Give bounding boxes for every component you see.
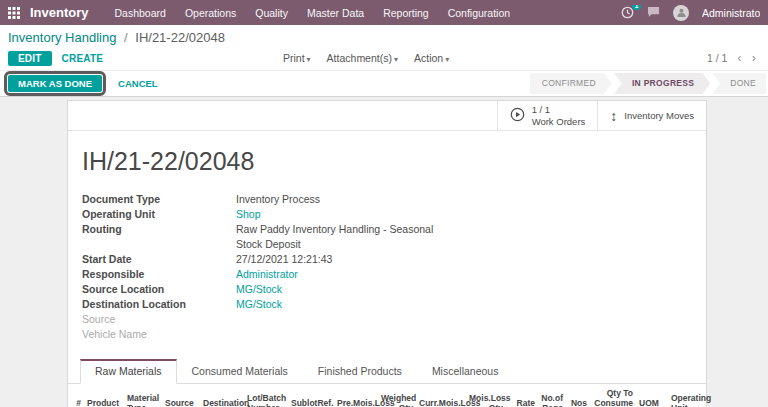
navbar-right: 1 Administrator [621,5,760,21]
tab-consumed-materials[interactable]: Consumed Materials [177,359,303,384]
work-orders-button[interactable]: 1 / 1 Work Orders [497,101,598,130]
status-pipeline: CONFIRMED IN PROGRESS DONE [528,73,766,94]
content-area: 1 / 1 Work Orders ↕ Inventory Moves IH/2… [0,97,768,407]
field-responsible: Responsible Administrator [82,267,690,282]
breadcrumb-current: IH/21-22/02048 [135,30,225,45]
field-group: Document Type Inventory Process Operatin… [82,192,690,342]
pager-next-icon[interactable]: › [752,53,756,63]
state-confirmed[interactable]: CONFIRMED [530,73,612,94]
field-source-location: Source Location MG/Stock [82,282,690,297]
tab-miscellaneous[interactable]: Miscellaneous [417,359,514,384]
action-menus: Print▾ Attachment(s)▾ Action▾ [283,52,449,64]
breadcrumb-parent-link[interactable]: Inventory Handling [8,30,116,45]
work-orders-label: Work Orders [532,116,586,127]
col-sublot-ref[interactable]: SublotRef. [288,384,334,407]
smart-buttons: 1 / 1 Work Orders ↕ Inventory Moves [68,101,706,131]
control-panel: Inventory Handling / IH/21-22/02048 EDIT… [0,25,768,70]
field-destination-location: Destination Location MG/Stock [82,297,690,312]
col-curr-mois-loss[interactable]: Curr.Mois.Loss [416,384,466,407]
user-menu[interactable]: Administrator [702,7,760,19]
menu-reporting[interactable]: Reporting [383,7,429,19]
mark-as-done-button[interactable]: MARK AS DONE [8,75,102,92]
menu-master-data[interactable]: Master Data [307,7,364,19]
caret-down-icon: ▾ [394,55,398,64]
messages-icon[interactable] [647,6,660,20]
col-uom[interactable]: UOM [636,384,668,407]
inventory-moves-button[interactable]: ↕ Inventory Moves [597,101,706,130]
main-menu: Dashboard Operations Quality Master Data… [115,7,511,19]
caret-down-icon: ▾ [307,55,311,64]
field-start-date: Start Date 27/12/2021 12:21:43 [82,252,690,267]
pager-count: 1 / 1 [707,52,727,64]
col-qty-to-consume[interactable]: Qty To Consume ▲ [590,384,636,407]
statusbar: MARK AS DONE CANCEL CONFIRMED IN PROGRES… [0,70,768,97]
table-header-row: # Product Material Type Source Destinati… [68,384,706,407]
action-menu[interactable]: Action▾ [414,52,449,64]
avatar[interactable] [673,5,689,21]
control-panel-buttons: EDIT CREATE Print▾ Attachment(s)▾ Action… [8,49,760,67]
inventory-moves-label: Inventory Moves [624,110,694,121]
breadcrumb: Inventory Handling / IH/21-22/02048 [8,29,760,46]
tab-raw-materials[interactable]: Raw Materials [80,359,177,384]
work-orders-count: 1 / 1 [532,104,586,115]
col-source[interactable]: Source [162,384,200,407]
activity-clock-icon[interactable]: 1 [621,6,634,19]
field-routing: Routing Raw Paddy Inventory Handling - S… [82,222,690,252]
play-circle-icon [510,107,525,124]
col-nos[interactable]: Nos [566,384,590,407]
pager-previous-icon[interactable]: ‹ [737,53,741,63]
col-pre-mois-loss[interactable]: Pre.Mois.Loss [334,384,378,407]
activity-badge: 1 [632,5,641,11]
menu-configuration[interactable]: Configuration [448,7,510,19]
field-operating-unit: Operating Unit Shop [82,207,690,222]
cancel-button[interactable]: CANCEL [118,78,158,89]
breadcrumb-separator: / [124,30,128,45]
form-sheet: 1 / 1 Work Orders ↕ Inventory Moves IH/2… [67,100,707,407]
field-vehicle-name: Vehicle Name [82,327,690,342]
notebook: Raw Materials Consumed Materials Finishe… [68,359,706,407]
col-index[interactable]: # [68,384,84,407]
apps-grid-icon[interactable] [8,7,20,19]
print-menu[interactable]: Print▾ [283,52,311,64]
tab-finished-products[interactable]: Finished Products [303,359,417,384]
pager: 1 / 1 ‹ › [707,52,756,64]
state-done[interactable]: DONE [712,73,766,94]
menu-operations[interactable]: Operations [185,7,236,19]
caret-down-icon: ▾ [445,55,449,64]
tab-strip: Raw Materials Consumed Materials Finishe… [68,359,706,384]
col-lot-batch-number[interactable]: Lot/Batch Number [244,384,288,407]
col-destination[interactable]: Destination [200,384,244,407]
menu-quality[interactable]: Quality [255,7,288,19]
menu-dashboard[interactable]: Dashboard [115,7,166,19]
col-product[interactable]: Product [84,384,124,407]
app-name[interactable]: Inventory [30,5,89,20]
create-button[interactable]: CREATE [62,53,104,64]
col-no-of-bags[interactable]: No.of Bags [538,384,566,407]
field-source: Source [82,312,690,327]
sheet-body: IH/21-22/02048 Document Type Inventory P… [68,131,706,342]
arrows-up-down-icon: ↕ [610,108,617,124]
page-title: IH/21-22/02048 [82,147,690,176]
state-in-progress[interactable]: IN PROGRESS [614,73,710,94]
attachment-menu[interactable]: Attachment(s)▾ [327,52,398,64]
edit-button[interactable]: EDIT [8,51,52,66]
raw-materials-table: # Product Material Type Source Destinati… [68,384,706,407]
top-navbar: Inventory Dashboard Operations Quality M… [0,0,768,25]
field-document-type: Document Type Inventory Process [82,192,690,207]
col-material-type[interactable]: Material Type [124,384,162,407]
col-operating-unit[interactable]: Operating Unit [668,384,706,407]
